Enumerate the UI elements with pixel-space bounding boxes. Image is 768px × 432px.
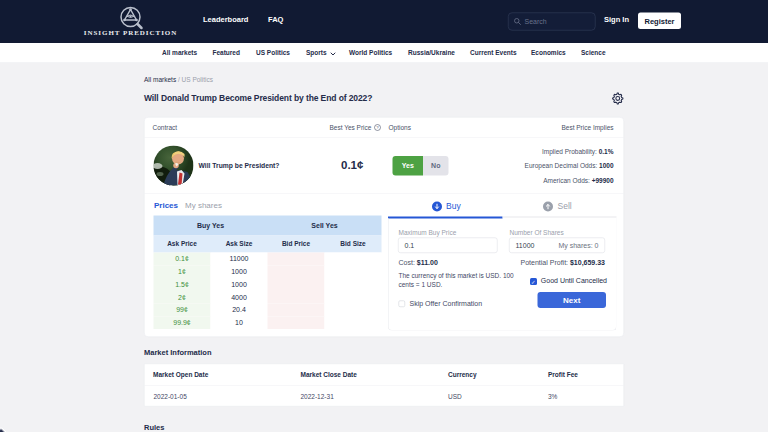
svg-text:?: ?	[376, 125, 379, 130]
